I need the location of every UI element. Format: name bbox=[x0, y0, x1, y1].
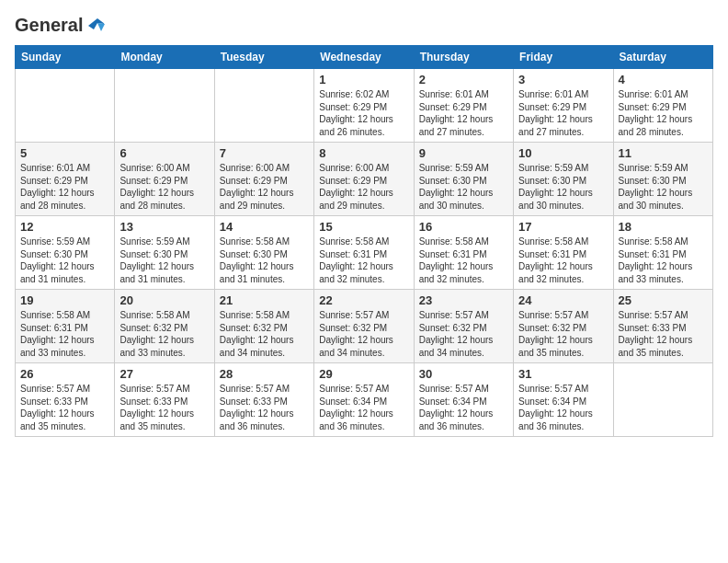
day-info: Sunrise: 6:01 AMSunset: 6:29 PMDaylight:… bbox=[518, 88, 608, 138]
logo-general: General bbox=[15, 15, 83, 36]
calendar-cell: 14Sunrise: 5:58 AMSunset: 6:30 PMDayligh… bbox=[214, 216, 313, 290]
day-number: 8 bbox=[319, 146, 408, 160]
calendar-cell: 1Sunrise: 6:02 AMSunset: 6:29 PMDaylight… bbox=[314, 69, 414, 143]
day-info: Sunrise: 5:57 AMSunset: 6:33 PMDaylight:… bbox=[119, 383, 209, 432]
day-info: Sunrise: 5:59 AMSunset: 6:30 PMDaylight:… bbox=[419, 162, 508, 212]
week-row-2: 12Sunrise: 5:59 AMSunset: 6:30 PMDayligh… bbox=[16, 216, 713, 290]
day-number: 12 bbox=[20, 220, 109, 234]
calendar-cell: 25Sunrise: 5:57 AMSunset: 6:33 PMDayligh… bbox=[613, 290, 712, 363]
day-info: Sunrise: 5:57 AMSunset: 6:32 PMDaylight:… bbox=[419, 309, 508, 359]
svg-marker-1 bbox=[97, 23, 105, 31]
calendar-table: SundayMondayTuesdayWednesdayThursdayFrid… bbox=[15, 45, 713, 437]
day-info: Sunrise: 5:58 AMSunset: 6:31 PMDaylight:… bbox=[319, 236, 408, 285]
day-number: 31 bbox=[518, 367, 608, 381]
calendar-cell bbox=[214, 69, 313, 143]
day-number: 3 bbox=[518, 73, 608, 86]
day-info: Sunrise: 5:57 AMSunset: 6:32 PMDaylight:… bbox=[319, 309, 408, 359]
day-number: 5 bbox=[20, 146, 109, 160]
day-info: Sunrise: 5:57 AMSunset: 6:34 PMDaylight:… bbox=[319, 383, 408, 432]
day-number: 10 bbox=[518, 146, 608, 160]
day-info: Sunrise: 5:58 AMSunset: 6:32 PMDaylight:… bbox=[119, 309, 209, 359]
day-info: Sunrise: 6:01 AMSunset: 6:29 PMDaylight:… bbox=[619, 88, 708, 138]
day-info: Sunrise: 5:59 AMSunset: 6:30 PMDaylight:… bbox=[619, 162, 708, 212]
week-row-1: 5Sunrise: 6:01 AMSunset: 6:29 PMDaylight… bbox=[16, 143, 713, 216]
day-number: 26 bbox=[20, 367, 109, 381]
day-number: 28 bbox=[220, 367, 309, 381]
calendar-cell: 12Sunrise: 5:59 AMSunset: 6:30 PMDayligh… bbox=[16, 216, 115, 290]
day-info: Sunrise: 5:58 AMSunset: 6:31 PMDaylight:… bbox=[419, 236, 508, 285]
day-info: Sunrise: 5:57 AMSunset: 6:32 PMDaylight:… bbox=[518, 309, 608, 359]
day-info: Sunrise: 5:57 AMSunset: 6:33 PMDaylight:… bbox=[619, 309, 708, 359]
calendar-cell: 29Sunrise: 5:57 AMSunset: 6:34 PMDayligh… bbox=[314, 363, 414, 437]
day-info: Sunrise: 5:57 AMSunset: 6:33 PMDaylight:… bbox=[20, 383, 109, 432]
day-info: Sunrise: 6:01 AMSunset: 6:29 PMDaylight:… bbox=[20, 162, 109, 212]
day-number: 17 bbox=[518, 220, 608, 234]
calendar-cell: 24Sunrise: 5:57 AMSunset: 6:32 PMDayligh… bbox=[514, 290, 613, 363]
day-info: Sunrise: 6:00 AMSunset: 6:29 PMDaylight:… bbox=[319, 162, 408, 212]
day-number: 14 bbox=[220, 220, 309, 234]
day-number: 30 bbox=[419, 367, 508, 381]
week-row-3: 19Sunrise: 5:58 AMSunset: 6:31 PMDayligh… bbox=[16, 290, 713, 363]
header-tuesday: Tuesday bbox=[214, 46, 313, 69]
calendar-cell: 17Sunrise: 5:58 AMSunset: 6:31 PMDayligh… bbox=[514, 216, 613, 290]
day-info: Sunrise: 5:57 AMSunset: 6:34 PMDaylight:… bbox=[518, 383, 608, 432]
calendar-cell: 4Sunrise: 6:01 AMSunset: 6:29 PMDaylight… bbox=[613, 69, 712, 143]
day-number: 18 bbox=[619, 220, 708, 234]
calendar-cell: 21Sunrise: 5:58 AMSunset: 6:32 PMDayligh… bbox=[214, 290, 313, 363]
calendar-cell bbox=[115, 69, 214, 143]
calendar-cell: 18Sunrise: 5:58 AMSunset: 6:31 PMDayligh… bbox=[613, 216, 712, 290]
calendar-cell: 28Sunrise: 5:57 AMSunset: 6:33 PMDayligh… bbox=[214, 363, 313, 437]
calendar-cell: 31Sunrise: 5:57 AMSunset: 6:34 PMDayligh… bbox=[514, 363, 613, 437]
day-number: 23 bbox=[419, 293, 508, 307]
header-wednesday: Wednesday bbox=[314, 46, 414, 69]
day-number: 4 bbox=[619, 73, 708, 86]
calendar-cell bbox=[16, 69, 115, 143]
day-info: Sunrise: 5:57 AMSunset: 6:34 PMDaylight:… bbox=[419, 383, 508, 432]
header-thursday: Thursday bbox=[414, 46, 513, 69]
day-number: 16 bbox=[419, 220, 508, 234]
calendar-cell: 16Sunrise: 5:58 AMSunset: 6:31 PMDayligh… bbox=[414, 216, 513, 290]
page-header: General bbox=[15, 15, 713, 36]
week-row-4: 26Sunrise: 5:57 AMSunset: 6:33 PMDayligh… bbox=[16, 363, 713, 437]
calendar-cell: 10Sunrise: 5:59 AMSunset: 6:30 PMDayligh… bbox=[514, 143, 613, 216]
day-info: Sunrise: 5:58 AMSunset: 6:32 PMDaylight:… bbox=[220, 309, 309, 359]
header-sunday: Sunday bbox=[16, 46, 115, 69]
day-info: Sunrise: 6:01 AMSunset: 6:29 PMDaylight:… bbox=[419, 88, 508, 138]
day-info: Sunrise: 5:59 AMSunset: 6:30 PMDaylight:… bbox=[119, 236, 209, 285]
day-number: 13 bbox=[119, 220, 209, 234]
calendar-cell: 22Sunrise: 5:57 AMSunset: 6:32 PMDayligh… bbox=[314, 290, 414, 363]
header-saturday: Saturday bbox=[613, 46, 712, 69]
calendar-cell: 6Sunrise: 6:00 AMSunset: 6:29 PMDaylight… bbox=[115, 143, 214, 216]
day-number: 24 bbox=[518, 293, 608, 307]
day-number: 9 bbox=[419, 146, 508, 160]
day-info: Sunrise: 6:02 AMSunset: 6:29 PMDaylight:… bbox=[319, 88, 408, 138]
day-number: 29 bbox=[319, 367, 408, 381]
calendar-cell: 7Sunrise: 6:00 AMSunset: 6:29 PMDaylight… bbox=[214, 143, 313, 216]
calendar-cell bbox=[613, 363, 712, 437]
day-number: 25 bbox=[619, 293, 708, 307]
header-friday: Friday bbox=[514, 46, 613, 69]
calendar-header-row: SundayMondayTuesdayWednesdayThursdayFrid… bbox=[16, 46, 713, 69]
logo: General bbox=[15, 15, 105, 36]
day-info: Sunrise: 5:58 AMSunset: 6:30 PMDaylight:… bbox=[220, 236, 309, 285]
calendar-cell: 13Sunrise: 5:59 AMSunset: 6:30 PMDayligh… bbox=[115, 216, 214, 290]
logo-bird-icon bbox=[85, 18, 105, 33]
calendar-cell: 30Sunrise: 5:57 AMSunset: 6:34 PMDayligh… bbox=[414, 363, 513, 437]
calendar-cell: 19Sunrise: 5:58 AMSunset: 6:31 PMDayligh… bbox=[16, 290, 115, 363]
day-number: 22 bbox=[319, 293, 408, 307]
week-row-0: 1Sunrise: 6:02 AMSunset: 6:29 PMDaylight… bbox=[16, 69, 713, 143]
calendar-cell: 5Sunrise: 6:01 AMSunset: 6:29 PMDaylight… bbox=[16, 143, 115, 216]
day-info: Sunrise: 6:00 AMSunset: 6:29 PMDaylight:… bbox=[119, 162, 209, 212]
calendar-cell: 20Sunrise: 5:58 AMSunset: 6:32 PMDayligh… bbox=[115, 290, 214, 363]
day-info: Sunrise: 5:58 AMSunset: 6:31 PMDaylight:… bbox=[20, 309, 109, 359]
day-number: 11 bbox=[619, 146, 708, 160]
calendar-cell: 27Sunrise: 5:57 AMSunset: 6:33 PMDayligh… bbox=[115, 363, 214, 437]
day-number: 1 bbox=[319, 73, 408, 86]
day-info: Sunrise: 5:59 AMSunset: 6:30 PMDaylight:… bbox=[20, 236, 109, 285]
day-number: 7 bbox=[220, 146, 309, 160]
calendar-cell: 2Sunrise: 6:01 AMSunset: 6:29 PMDaylight… bbox=[414, 69, 513, 143]
day-number: 2 bbox=[419, 73, 508, 86]
day-number: 15 bbox=[319, 220, 408, 234]
day-number: 27 bbox=[119, 367, 209, 381]
day-info: Sunrise: 5:58 AMSunset: 6:31 PMDaylight:… bbox=[619, 236, 708, 285]
